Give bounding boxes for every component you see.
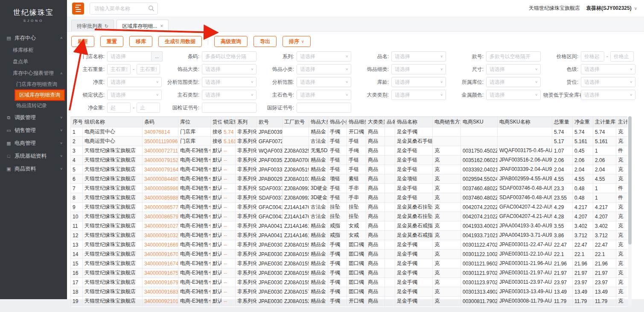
table-row[interactable]: 4天猫世纪缘珠宝旗舰店340000079152电商-E3销售仓默认--非系列化J… xyxy=(71,156,628,165)
barcode-link[interactable]: 340000091675 xyxy=(143,268,178,278)
sidebar-item[interactable]: 移库移柜 xyxy=(0,44,67,56)
filter-select[interactable] xyxy=(202,77,256,87)
table-row[interactable]: 14天猫世纪缘珠宝旗舰店340000091670电商-E3销售仓默认--非系列化… xyxy=(71,250,628,259)
sidebar-item[interactable]: ▦电商管理∨ xyxy=(0,137,67,150)
filter-select[interactable] xyxy=(202,64,256,74)
table-row[interactable]: 13天猫世纪缘珠宝旗舰店340000091669电商-E3销售仓默认--非系列化… xyxy=(71,240,628,250)
barcode-link[interactable]: 340000091674 xyxy=(143,259,178,268)
filter-select[interactable] xyxy=(202,90,256,100)
sidebar-item[interactable]: 饰品流转记录 xyxy=(0,100,67,111)
barcode-link[interactable]: 340000092101 xyxy=(143,297,178,306)
sidebar-item[interactable]: ▣商品资料∨ xyxy=(0,162,67,175)
filter-select[interactable] xyxy=(581,90,635,100)
filter-range-to[interactable] xyxy=(137,103,160,113)
table-row[interactable]: 1电商运营中心340976814门店库接收5.74非系列化JPAE003926精… xyxy=(71,127,628,137)
barcode-link[interactable]: -- xyxy=(222,297,236,306)
filter-range-from[interactable] xyxy=(107,103,131,113)
barcode-link[interactable]: 340976814 xyxy=(143,127,178,137)
table-row[interactable]: 11天猫世纪缘珠宝旗舰店340000091027电商-E3销售仓默认--非系列化… xyxy=(71,221,628,231)
barcode-link[interactable]: 340000079152 xyxy=(143,156,178,165)
sidebar-item[interactable]: 门店库存明细查询 xyxy=(0,79,67,90)
table-row[interactable]: 9天猫世纪缘珠宝旗舰店340000086577电商-E3销售仓默认--非系列化G… xyxy=(71,203,628,212)
scrollbar-thumb[interactable] xyxy=(628,116,632,244)
barcode-link[interactable]: -- xyxy=(222,240,236,250)
barcode-link[interactable]: 340000091027 xyxy=(143,221,178,231)
refresh-icon[interactable]: ↻ xyxy=(105,21,108,32)
toolbar-button[interactable]: 导出 xyxy=(254,36,277,47)
filter-select[interactable] xyxy=(486,77,541,87)
table-row[interactable]: 19天猫世纪缘珠宝旗舰店340000092101电商-E3销售仓默认--非系列化… xyxy=(71,297,628,306)
barcode-link[interactable]: 340000084480 xyxy=(143,174,178,184)
filter-input[interactable] xyxy=(202,103,256,113)
close-icon[interactable]: × xyxy=(160,21,163,32)
table-row[interactable]: 5天猫世纪缘珠宝旗舰店340000079164电商-E3销售仓默认--非系列化J… xyxy=(71,165,628,174)
filter-select[interactable] xyxy=(297,64,351,74)
table-row[interactable]: 7天猫世纪缘珠宝旗舰店340000085986电商-E3销售仓默认--非系列化S… xyxy=(71,184,628,193)
sidebar-item-active[interactable]: 区域库存明细查询 xyxy=(0,90,67,100)
barcode-link[interactable]: 340000085986 xyxy=(143,184,178,193)
filter-select[interactable] xyxy=(107,77,162,87)
table-row[interactable]: 16天猫世纪缘珠宝旗舰店340000091675电商-E3销售仓默认--非系列化… xyxy=(71,268,628,278)
filter-range-from[interactable] xyxy=(581,51,604,62)
filter-select[interactable] xyxy=(391,64,446,74)
tab-pending-approval[interactable]: 待审批列表 ↻ xyxy=(71,20,114,32)
filter-select[interactable] xyxy=(391,51,446,62)
barcode-link[interactable]: -- xyxy=(222,259,236,268)
barcode-link[interactable]: 340000091669 xyxy=(143,240,178,250)
table-row[interactable]: 17天猫世纪缘珠宝旗舰店340000091679电商-E3销售仓默认--非系列化… xyxy=(71,278,628,287)
filter-input[interactable] xyxy=(486,51,541,62)
filter-input[interactable] xyxy=(202,51,256,62)
barcode-link[interactable]: 340000072711 xyxy=(143,146,178,156)
barcode-link[interactable]: -- xyxy=(222,174,236,184)
ellipsis-button[interactable]: ... xyxy=(152,51,163,62)
toolbar-button[interactable]: 刷新 xyxy=(71,36,94,47)
toolbar-button[interactable]: 排序∨ xyxy=(283,36,311,47)
table-row[interactable]: 2电商运营中心350001119096门店库接收5.161非系列化GFAF007… xyxy=(71,137,628,146)
barcode-link[interactable]: 340000091032 xyxy=(143,231,178,240)
barcode-link[interactable]: 340000091679 xyxy=(143,278,178,287)
sidebar-item[interactable]: 库存中心报表管理∧ xyxy=(0,68,67,79)
barcode-link[interactable]: -- xyxy=(222,203,236,212)
table-row[interactable]: 15天猫世纪缘珠宝旗舰店340000091674电商-E3销售仓默认--非系列化… xyxy=(71,259,628,268)
filter-select[interactable] xyxy=(581,77,635,87)
sidebar-item[interactable]: □系统基础资料∨ xyxy=(0,150,67,162)
barcode-link[interactable]: -- xyxy=(222,146,236,156)
barcode-link[interactable]: 5.74 xyxy=(222,127,236,137)
barcode-link[interactable]: 340000079164 xyxy=(143,165,178,174)
barcode-link[interactable]: 340000091670 xyxy=(143,250,178,259)
barcode-link[interactable]: -- xyxy=(222,184,236,193)
barcode-link[interactable]: 340000085988 xyxy=(143,193,178,203)
table-row[interactable]: 12天猫世纪缘珠宝旗舰店340000091032电商-E3销售仓默认--非系列化… xyxy=(71,231,628,240)
barcode-link[interactable]: 340000091683 xyxy=(143,287,178,297)
table-row[interactable]: 10天猫世纪缘珠宝旗舰店340000086579电商-E3销售仓默认--非系列化… xyxy=(71,212,628,221)
search-input[interactable] xyxy=(90,3,158,15)
filter-select[interactable] xyxy=(107,90,162,100)
toolbar-button[interactable]: 移库 xyxy=(129,36,152,47)
collapse-menu-button[interactable] xyxy=(72,3,84,15)
sidebar-item[interactable]: ▭销售管理∨ xyxy=(0,124,67,137)
barcode-link[interactable]: -- xyxy=(222,156,236,165)
sidebar-item[interactable]: ⧉调拨管理∨ xyxy=(0,111,67,124)
barcode-link[interactable]: 340000086577 xyxy=(143,203,178,212)
filter-select[interactable] xyxy=(391,77,446,87)
barcode-link[interactable]: -- xyxy=(222,165,236,174)
filter-range-to[interactable] xyxy=(137,64,160,74)
sidebar-item[interactable]: ▤库存中心∧ xyxy=(0,32,67,44)
filter-select[interactable] xyxy=(391,90,446,100)
barcode-link[interactable]: -- xyxy=(222,193,236,203)
table-row[interactable]: 6天猫世纪缘珠宝旗舰店340000084480电商-E3销售仓默认--非系列化J… xyxy=(71,174,628,184)
table-row[interactable]: 3天猫世纪缘珠宝旗舰店340000072711电商-E3销售仓默认--非系列化W… xyxy=(71,146,628,156)
barcode-link[interactable]: -- xyxy=(222,268,236,278)
table-row[interactable]: 18天猫世纪缘珠宝旗舰店340000091683电商-E3销售仓默认--非系列化… xyxy=(71,287,628,297)
filter-select[interactable] xyxy=(297,51,351,62)
filter-input[interactable] xyxy=(297,103,351,113)
table-row[interactable]: 8天猫世纪缘珠宝旗舰店340000085988电商-E3销售仓默认--非系列化S… xyxy=(71,193,628,203)
filter-select[interactable] xyxy=(486,64,541,74)
sidebar-item[interactable]: 盘点单 xyxy=(0,56,67,68)
barcode-link[interactable]: -- xyxy=(222,221,236,231)
filter-select[interactable] xyxy=(297,90,351,100)
barcode-link[interactable]: -- xyxy=(222,278,236,287)
user-menu[interactable]: 袁葆林(SJY002325) ∨ xyxy=(586,5,637,12)
filter-input[interactable] xyxy=(107,51,152,62)
tab-region-inventory[interactable]: 区域库存明细... × xyxy=(117,20,169,32)
